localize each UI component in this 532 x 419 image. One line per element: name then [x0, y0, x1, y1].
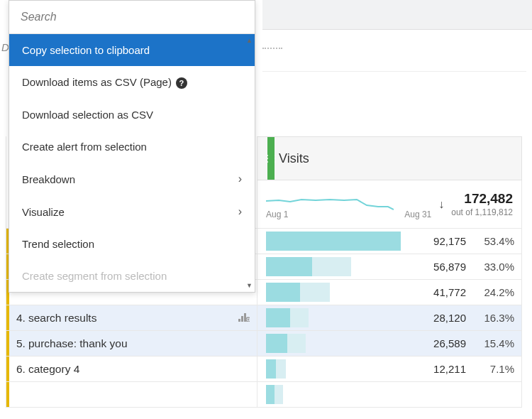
summary-subtotal: out of 1,119,812 [451, 207, 513, 218]
row-value: 41,772 [433, 286, 466, 298]
row-value: 56,879 [433, 261, 466, 273]
row-metric-cell: 28,120 16.3% [257, 305, 522, 330]
sort-down-icon[interactable]: ↓ [438, 198, 444, 211]
row-label: 4. search results [6, 305, 257, 330]
row-value: 28,120 [433, 312, 466, 324]
menu-item-label: Copy selection to clipboard [22, 44, 150, 56]
menu-item-label: Breakdown [22, 173, 75, 185]
metric-header-visits[interactable]: ⋮⋮ Visits [257, 136, 522, 180]
breakdown-icon[interactable] [238, 312, 250, 325]
row-label: 5. purchase: thank you [6, 331, 257, 356]
menu-scroll[interactable]: Copy selection to clipboardDownload item… [9, 34, 255, 292]
row-metric-cell: 26,589 15.4% [257, 331, 522, 356]
menu-item-label: Create alert from selection [22, 141, 147, 153]
menu-item-6[interactable]: Trend selection [9, 228, 255, 260]
menu-search-input[interactable] [9, 1, 255, 33]
svg-rect-0 [238, 319, 240, 322]
metric-header-label: Visits [279, 151, 309, 166]
range-start: Aug 1 [266, 210, 288, 219]
menu-item-label: Trend selection [22, 238, 94, 250]
row-metric-cell: 56,879 33.0% [257, 254, 522, 279]
svg-rect-2 [244, 313, 246, 322]
menu-item-5[interactable]: Visualize› [9, 195, 255, 228]
row-percent: 15.4% [473, 337, 514, 349]
drag-handle-icon[interactable]: ⋮⋮ [267, 137, 275, 180]
menu-item-label: Download items as CSV (Page)? [22, 76, 187, 89]
table-row[interactable]: 5. purchase: thank you 26,589 15.4% [6, 331, 522, 357]
menu-item-0[interactable]: Copy selection to clipboard [9, 34, 255, 66]
chevron-right-icon: › [238, 205, 242, 218]
table-row[interactable]: 6. category 4 12,211 7.1% [6, 357, 522, 382]
row-metric-cell: 92,175 53.4% [257, 229, 522, 254]
sparkline: Aug 1 Aug 31 [266, 190, 431, 219]
row-percent: 24.2% [473, 286, 514, 298]
menu-item-7[interactable]: Create segment from selection [9, 260, 255, 292]
summary-cell: Aug 1 Aug 31 ↓ 172,482 out of 1,119,812 [257, 180, 522, 228]
row-percent: 53.4% [473, 235, 514, 247]
row-label: 6. category 4 [6, 357, 257, 381]
row-value: 12,211 [433, 363, 466, 375]
svg-rect-1 [241, 316, 243, 322]
table-row[interactable]: 4. search results 28,120 16.3% [6, 305, 522, 331]
help-icon[interactable]: ? [176, 77, 187, 89]
placeholder-dash [262, 48, 282, 49]
context-menu: ▲ ▼ Copy selection to clipboardDownload … [9, 0, 255, 293]
sparkline-svg [266, 194, 394, 211]
summary-total: 172,482 [451, 190, 513, 207]
row-percent: 7.1% [473, 363, 514, 375]
row-metric-cell: 41,772 24.2% [257, 280, 522, 305]
row-percent: 33.0% [473, 261, 514, 273]
chevron-right-icon: › [238, 173, 242, 185]
menu-item-label: Download selection as CSV [22, 109, 153, 121]
row-percent: 16.3% [473, 312, 514, 324]
menu-item-2[interactable]: Download selection as CSV [9, 99, 255, 131]
partial-row [6, 382, 522, 408]
menu-item-label: Visualize [22, 206, 65, 218]
menu-item-label: Create segment from selection [22, 270, 167, 282]
menu-item-1[interactable]: Download items as CSV (Page)? [9, 66, 255, 99]
top-toolbar [262, 0, 532, 30]
row-value: 92,175 [433, 235, 466, 247]
row-value: 26,589 [433, 337, 466, 349]
row-metric-cell: 12,211 7.1% [257, 357, 522, 381]
menu-item-3[interactable]: Create alert from selection [9, 131, 255, 163]
menu-item-4[interactable]: Breakdown› [9, 163, 255, 195]
divider-line [262, 71, 526, 72]
range-end: Aug 31 [404, 210, 431, 219]
